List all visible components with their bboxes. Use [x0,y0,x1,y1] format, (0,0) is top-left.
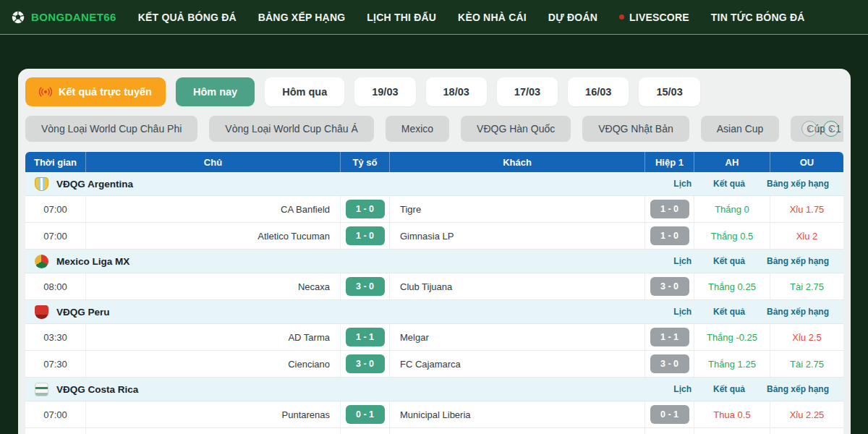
asian-handicap-result: Thắng 0.25 [694,273,770,299]
date-tab[interactable]: Hôm nay [176,77,255,106]
league-schedule-link[interactable]: Lịch [673,256,692,266]
over-under-result: Xỉu 2.25 [770,401,843,427]
nav-item-label: KẾT QUẢ BÓNG ĐÁ [138,12,237,23]
nav-item-label: LỊCH THI ĐẤU [367,12,436,23]
chips-scroll-right-button[interactable]: › [823,121,839,137]
match-row[interactable]: 08:00 Necaxa 3 - 0 Club Tijuana 3 - 0 Th… [25,273,843,300]
league-filter-chip[interactable]: VĐQG Hàn Quốc [461,116,571,142]
asian-handicap-result: Thắng -0.25 [694,324,770,350]
column-header: AH [694,152,770,172]
table-header-row: Thời gianChủTỷ sốKháchHiệp 1AHOU [25,152,843,172]
away-team: Tigre [389,196,644,222]
away-team [389,428,644,434]
nav-item[interactable]: LỊCH THI ĐẤU [367,12,436,23]
live-results-button[interactable]: Kết quả trực tuyến [25,77,166,106]
nav-item[interactable]: KẾT QUẢ BÓNG ĐÁ [138,12,237,23]
column-header: Chủ [85,152,340,172]
league-header-row: Mexico Liga MX Lịch Kết quả Bảng xếp hạn… [25,250,843,273]
league-standings-link[interactable]: Bảng xếp hạng [767,256,829,266]
nav-item[interactable]: BẢNG XẾP HẠNG [258,12,346,23]
league-schedule-link[interactable]: Lịch [673,179,692,189]
league-icon [35,383,48,396]
league-results-link[interactable]: Kết quả [713,384,745,394]
date-tab[interactable]: Hôm qua [265,77,344,106]
league-results-link[interactable]: Kết quả [713,256,745,266]
date-tab[interactable]: 17/03 [497,77,558,106]
date-toolbar: Kết quả trực tuyến Hôm nayHôm qua19/0318… [25,77,843,106]
fulltime-score-badge: 3 - 0 [346,277,385,296]
league-results-link[interactable]: Kết quả [713,179,745,189]
over-under-result: Xỉu 1.75 [770,196,843,222]
date-tab[interactable]: 15/03 [639,77,699,106]
over-under-result: Xỉu 2 [770,223,843,249]
nav-item-label: KÈO NHÀ CÁI [458,12,527,23]
nav-item-label: BẢNG XẾP HẠNG [258,12,346,23]
column-header: Tỷ số [340,152,389,172]
halftime-score-badge: 1 - 0 [650,200,689,218]
chips-scroll-left-button[interactable]: ‹ [801,121,817,137]
league-standings-link[interactable]: Bảng xếp hạng [767,384,829,394]
away-team: Municipal Liberia [389,401,644,427]
nav-item[interactable]: DỰ ĐOÁN [548,12,597,23]
home-team: Necaxa [85,273,340,299]
home-team: AD Tarma [85,324,340,350]
date-tab[interactable]: 19/03 [354,77,415,106]
league-results-link[interactable]: Kết quả [713,307,745,317]
live-results-label: Kết quả trực tuyến [59,86,152,98]
nav-item-label: DỰ ĐOÁN [548,12,597,23]
league-links: Lịch Kết quả Bảng xếp hạng [673,307,835,317]
fulltime-score-badge: 1 - 0 [346,200,385,218]
match-row[interactable]: 07:00 Atletico Tucuman 1 - 0 Gimnasia LP… [25,223,843,250]
match-row[interactable]: 03:30 AD Tarma 1 - 1 Melgar 1 - 1 Thắng … [25,324,843,351]
results-table: Thời gianChủTỷ sốKháchHiệp 1AHOU VĐQG Ar… [25,152,843,434]
match-time: 07:00 [25,223,85,249]
away-team: Club Tijuana [389,273,644,299]
league-filter-chip[interactable]: Vòng Loại World Cup Châu Phi [25,116,197,142]
league-header-row: VĐQG Peru Lịch Kết quả Bảng xếp hạng [25,300,843,324]
league-standings-link[interactable]: Bảng xếp hạng [767,307,829,317]
nav-item-label: LIVESCORE [629,12,689,23]
nav-item[interactable]: TIN TỨC BÓNG ĐÁ [711,12,805,23]
league-filter-chip[interactable]: VĐQG Nhật Bản [582,116,689,142]
league-schedule-link[interactable]: Lịch [673,307,692,317]
league-name: VĐQG Argentina [56,179,133,190]
match-row[interactable]: 07:00 CA Banfield 1 - 0 Tigre 1 - 0 Thắn… [25,196,843,223]
asian-handicap-result: Thua 0.5 [694,401,770,427]
halftime-score-badge: 3 - 0 [650,354,689,373]
asian-handicap-result: Thắng 1.25 [694,351,770,377]
nav-item[interactable]: KÈO NHÀ CÁI [458,12,527,23]
away-team: Melgar [389,324,644,350]
home-team: CA Banfield [85,196,340,222]
brand-text: BONGDANET66 [31,11,116,23]
home-team: Atletico Tucuman [85,223,340,249]
league-filter-chip[interactable]: Mexico [386,116,449,142]
match-row[interactable]: 07:30 Cienciano 3 - 0 FC Cajamarca 3 - 0… [25,351,843,378]
brand-link[interactable]: BONGDANET66 [12,11,116,24]
halftime-score-badge: 1 - 0 [650,226,689,245]
asian-handicap-result: Thắng 0 [694,196,770,222]
league-name: VĐQG Costa Rica [56,384,138,395]
league-schedule-link[interactable]: Lịch [673,384,692,394]
league-icon [35,177,48,191]
home-team: Cienciano [85,351,340,377]
league-header-row: VĐQG Argentina Lịch Kết quả Bảng xếp hạn… [25,172,843,196]
league-links: Lịch Kết quả Bảng xếp hạng [673,256,835,266]
fulltime-score-badge: 1 - 1 [346,328,385,346]
match-row[interactable]: 07:00 Puntarenas 0 - 1 Municipal Liberia… [25,401,843,428]
asian-handicap-result [694,428,770,434]
match-row[interactable] [25,428,843,434]
league-standings-link[interactable]: Bảng xếp hạng [767,179,829,189]
league-filter-chip[interactable]: Asian Cup [701,116,780,142]
results-card: Kết quả trực tuyến Hôm nayHôm qua19/0318… [18,69,851,434]
soccer-ball-icon [12,11,25,24]
asian-handicap-result: Thắng 0.5 [694,223,770,249]
match-time: 08:00 [25,273,85,299]
column-header: Thời gian [25,152,85,172]
halftime-score-badge: 1 - 1 [650,328,689,346]
league-filter-chip[interactable]: Vòng Loại World Cup Châu Á [209,116,373,142]
league-links: Lịch Kết quả Bảng xếp hạng [673,179,835,189]
date-tab[interactable]: 16/03 [568,77,629,106]
date-tab[interactable]: 18/03 [426,77,487,106]
nav-item-label: TIN TỨC BÓNG ĐÁ [711,12,805,23]
nav-item[interactable]: LIVESCORE [619,12,689,23]
